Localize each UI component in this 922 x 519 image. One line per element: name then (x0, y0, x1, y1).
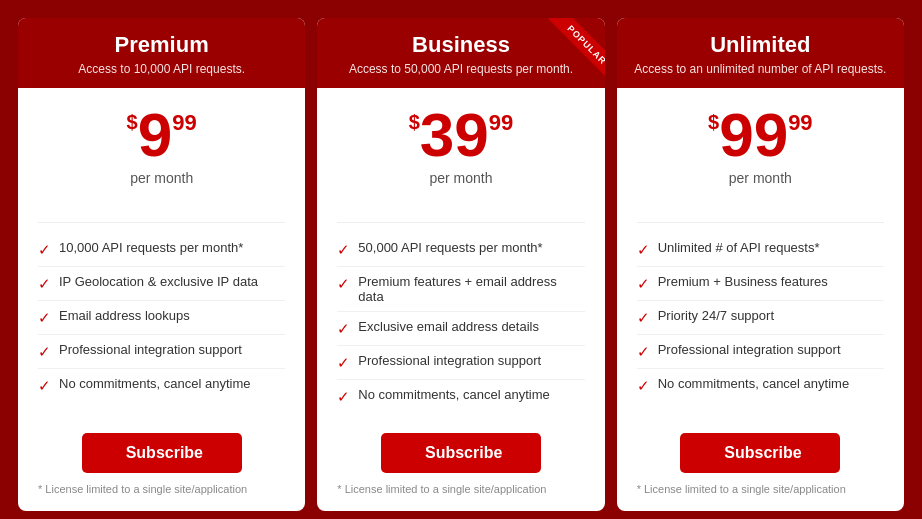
plan-description: Access to an unlimited number of API req… (633, 62, 888, 76)
plan-header: Unlimited Access to an unlimited number … (617, 18, 904, 88)
feature-text: No commitments, cancel anytime (658, 376, 849, 391)
feature-text: Priority 24/7 support (658, 308, 774, 323)
feature-item: ✓ Email address lookups (38, 301, 285, 335)
check-icon: ✓ (637, 343, 650, 361)
feature-text: No commitments, cancel anytime (59, 376, 250, 391)
plan-body: $ 39 99 per month ✓ 50,000 API requests … (317, 88, 604, 511)
check-icon: ✓ (38, 377, 51, 395)
subscribe-section: Subscribe (637, 429, 884, 473)
check-icon: ✓ (38, 309, 51, 327)
price-divider (637, 222, 884, 223)
check-icon: ✓ (637, 377, 650, 395)
price-cents: 99 (788, 112, 812, 134)
license-note: * License limited to a single site/appli… (38, 483, 285, 495)
per-month-label: per month (337, 170, 584, 186)
features-list: ✓ 10,000 API requests per month* ✓ IP Ge… (38, 233, 285, 413)
subscribe-button[interactable]: Subscribe (381, 433, 541, 473)
check-icon: ✓ (38, 275, 51, 293)
plan-card-business: POPULAR Business Access to 50,000 API re… (317, 18, 604, 511)
check-icon: ✓ (337, 388, 350, 406)
feature-item: ✓ No commitments, cancel anytime (38, 369, 285, 402)
subscribe-button[interactable]: Subscribe (82, 433, 242, 473)
plan-body: $ 9 99 per month ✓ 10,000 API requests p… (18, 88, 305, 511)
feature-item: ✓ Exclusive email address details (337, 312, 584, 346)
feature-item: ✓ Unlimited # of API requests* (637, 233, 884, 267)
price-divider (337, 222, 584, 223)
plan-card-unlimited: Unlimited Access to an unlimited number … (617, 18, 904, 511)
feature-item: ✓ IP Geolocation & exclusive IP data (38, 267, 285, 301)
price-section: $ 99 99 per month (637, 104, 884, 200)
currency-symbol: $ (127, 112, 138, 132)
price-cents: 99 (172, 112, 196, 134)
price-section: $ 9 99 per month (38, 104, 285, 200)
feature-item: ✓ No commitments, cancel anytime (637, 369, 884, 402)
check-icon: ✓ (337, 354, 350, 372)
popular-label: POPULAR (548, 18, 605, 76)
check-icon: ✓ (337, 241, 350, 259)
check-icon: ✓ (637, 309, 650, 327)
per-month-label: per month (38, 170, 285, 186)
feature-item: ✓ Professional integration support (38, 335, 285, 369)
feature-text: No commitments, cancel anytime (358, 387, 549, 402)
feature-item: ✓ Premium features + email address data (337, 267, 584, 312)
plan-header: Premium Access to 10,000 API requests. (18, 18, 305, 88)
plan-card-premium: Premium Access to 10,000 API requests. $… (18, 18, 305, 511)
check-icon: ✓ (337, 275, 350, 293)
feature-item: ✓ Professional integration support (637, 335, 884, 369)
plan-name: Unlimited (633, 32, 888, 58)
price-cents: 99 (489, 112, 513, 134)
features-list: ✓ 50,000 API requests per month* ✓ Premi… (337, 233, 584, 413)
subscribe-button[interactable]: Subscribe (680, 433, 840, 473)
license-note: * License limited to a single site/appli… (337, 483, 584, 495)
feature-text: Unlimited # of API requests* (658, 240, 820, 255)
price-display: $ 99 99 (637, 104, 884, 166)
plan-name: Premium (34, 32, 289, 58)
pricing-container: Premium Access to 10,000 API requests. $… (0, 0, 922, 519)
subscribe-section: Subscribe (38, 429, 285, 473)
feature-text: IP Geolocation & exclusive IP data (59, 274, 258, 289)
feature-text: Professional integration support (59, 342, 242, 357)
price-display: $ 39 99 (337, 104, 584, 166)
currency-symbol: $ (708, 112, 719, 132)
feature-text: Exclusive email address details (358, 319, 539, 334)
feature-text: 10,000 API requests per month* (59, 240, 243, 255)
plan-description: Access to 10,000 API requests. (34, 62, 289, 76)
feature-item: ✓ Priority 24/7 support (637, 301, 884, 335)
license-note: * License limited to a single site/appli… (637, 483, 884, 495)
check-icon: ✓ (637, 241, 650, 259)
subscribe-section: Subscribe (337, 429, 584, 473)
features-list: ✓ Unlimited # of API requests* ✓ Premium… (637, 233, 884, 413)
price-divider (38, 222, 285, 223)
check-icon: ✓ (637, 275, 650, 293)
price-amount: 9 (138, 104, 172, 166)
price-display: $ 9 99 (38, 104, 285, 166)
feature-text: Premium features + email address data (358, 274, 584, 304)
price-section: $ 39 99 per month (337, 104, 584, 200)
feature-text: Premium + Business features (658, 274, 828, 289)
per-month-label: per month (637, 170, 884, 186)
currency-symbol: $ (409, 112, 420, 132)
check-icon: ✓ (38, 343, 51, 361)
popular-ribbon: POPULAR (525, 18, 605, 98)
check-icon: ✓ (38, 241, 51, 259)
feature-text: Email address lookups (59, 308, 190, 323)
feature-item: ✓ Professional integration support (337, 346, 584, 380)
feature-text: Professional integration support (358, 353, 541, 368)
feature-text: Professional integration support (658, 342, 841, 357)
feature-text: 50,000 API requests per month* (358, 240, 542, 255)
check-icon: ✓ (337, 320, 350, 338)
feature-item: ✓ 10,000 API requests per month* (38, 233, 285, 267)
feature-item: ✓ No commitments, cancel anytime (337, 380, 584, 413)
plan-body: $ 99 99 per month ✓ Unlimited # of API r… (617, 88, 904, 511)
price-amount: 99 (719, 104, 788, 166)
feature-item: ✓ 50,000 API requests per month* (337, 233, 584, 267)
price-amount: 39 (420, 104, 489, 166)
feature-item: ✓ Premium + Business features (637, 267, 884, 301)
